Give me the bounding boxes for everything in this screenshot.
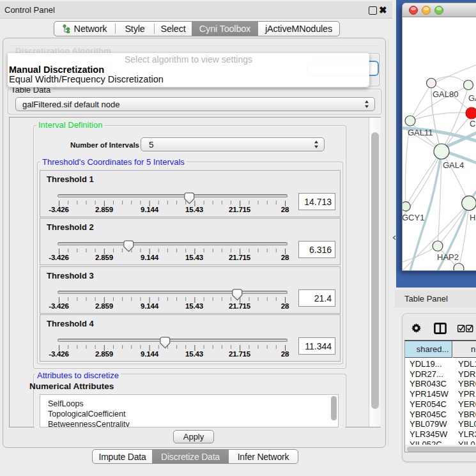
svg-text:GAL11: GAL11 <box>408 128 433 137</box>
svg-text:GA: GA <box>468 93 476 103</box>
svg-text:C: C <box>470 119 475 128</box>
svg-text:GAL4: GAL4 <box>443 160 464 170</box>
svg-text:GCY1: GCY1 <box>403 213 424 222</box>
svg-text:HAP2: HAP2 <box>437 252 459 262</box>
svg-text:GAL80: GAL80 <box>433 89 458 99</box>
svg-text:H: H <box>470 213 475 222</box>
